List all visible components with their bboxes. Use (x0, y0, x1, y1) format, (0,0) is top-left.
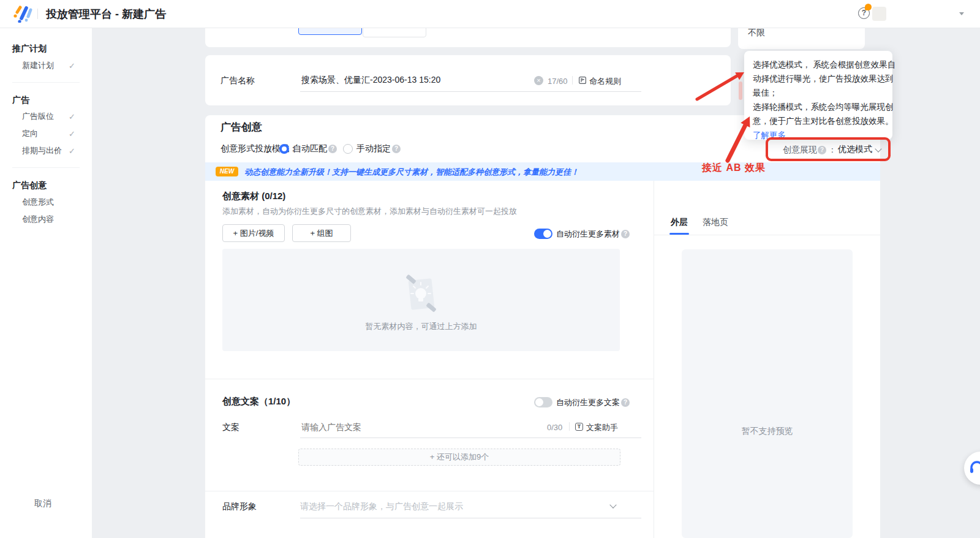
material-desc: 添加素材，自动为你衍生更多尺寸的创意素材，添加素材与自动衍生素材可一起投放 (222, 206, 517, 216)
separator (572, 76, 573, 85)
sidebar: 推广计划 新建计划 广告 广告版位 定向 排期与出价 广告创意 创意形式 创意内… (0, 28, 92, 538)
radio-manual-label[interactable]: 手动指定 (356, 143, 391, 154)
header-bar: 投放管理平台 - 新建广告 ? (0, 0, 980, 28)
tooltip-line: 意，便于广告主对比各创意投放效果。 (753, 114, 884, 128)
tooltip-line: 选择轮播模式，系统会均等曝光展现创 (753, 100, 884, 114)
copy-assistant-link[interactable]: 文案助手 (586, 423, 618, 433)
check-icon (69, 145, 75, 156)
brand-select[interactable]: 请选择一个品牌形象，与广告创意一起展示 (300, 501, 463, 512)
notification-badge (865, 4, 872, 10)
ad-name-label: 广告名称 (221, 75, 255, 86)
segment-option[interactable] (363, 28, 426, 37)
new-badge: NEW (216, 167, 238, 176)
upgrade-banner: NEW 动态创意能力全新升级！支持一键生成更多尺寸素材，智能适配多种创意形式，拿… (205, 162, 880, 181)
previous-section-card (205, 28, 731, 47)
avatar[interactable] (872, 7, 886, 21)
radio-auto-match[interactable] (279, 144, 289, 154)
sidebar-divider (12, 82, 80, 83)
account-caret-icon[interactable] (959, 12, 964, 15)
cancel-button[interactable]: 取消 (34, 498, 51, 509)
check-icon (69, 60, 75, 71)
targeting-summary-card: 不限 (738, 28, 865, 49)
add-gallery-button[interactable]: + 组图 (292, 224, 351, 242)
tooltip-line: 动择优进行曝光，使广告投放效果达到 (753, 72, 884, 86)
derive-copy-toggle[interactable] (534, 397, 552, 407)
targeting-summary-value: 不限 (748, 28, 765, 39)
annotation-note: 接近 AB 效果 (702, 162, 766, 174)
naming-rule-icon (578, 76, 587, 85)
tabs-divider (654, 235, 880, 235)
sidebar-item-placement[interactable]: 广告版位 (22, 112, 54, 121)
sidebar-item-schedule-bid[interactable]: 排期与出价 (22, 146, 62, 156)
add-more-copy-button[interactable]: + 还可以添加9个 (298, 449, 620, 466)
preview-placeholder-box: 暂不支持预览 (682, 249, 853, 538)
check-icon (69, 128, 75, 139)
derive-material-label: 自动衍生更多素材 (556, 229, 620, 239)
radio-manual[interactable] (343, 144, 353, 154)
sidebar-divider (12, 167, 80, 168)
separator (569, 422, 570, 431)
ad-name-underline (300, 91, 641, 92)
tooltip-line: 选择优选模式， 系统会根据创意效果自 (753, 58, 884, 72)
help-icon[interactable] (621, 230, 630, 238)
material-empty-area: 暂无素材内容，可通过上方添加 (222, 249, 620, 351)
ad-name-counter: 17/60 (548, 77, 568, 86)
help-icon[interactable] (328, 145, 337, 153)
section-divider (205, 379, 654, 379)
tooltip-line: 最佳； (753, 86, 884, 100)
brand-label: 品牌形象 (222, 501, 257, 512)
material-title: 创意素材 (0/12) (222, 191, 285, 202)
section-divider (205, 491, 654, 491)
sidebar-item-creative-content[interactable]: 创意内容 (22, 214, 54, 224)
copy-input[interactable] (300, 419, 511, 435)
radio-auto-match-label[interactable]: 自动匹配 (293, 143, 327, 154)
sidebar-section-plan: 推广计划 (12, 44, 47, 55)
empty-lightbulb-icon (405, 273, 438, 316)
ad-name-card: 广告名称 17/60 命名规则 (205, 55, 731, 105)
sidebar-section-creative: 广告创意 (12, 180, 47, 191)
creative-section-card: 广告创意 创意形式投放模式： 自动匹配 手动指定 创意展现 ： 优选模式 NEW… (205, 115, 880, 538)
creative-section-title: 广告创意 (221, 121, 262, 134)
check-icon (69, 111, 75, 122)
naming-rule-link[interactable]: 命名规则 (589, 77, 621, 86)
ad-platform-page: { "colors": { "accent": "#3370ff", "anno… (0, 0, 980, 538)
chevron-down-icon[interactable] (609, 501, 616, 508)
preview-empty-text: 暂不支持预览 (682, 426, 853, 437)
copy-assistant-icon (575, 423, 583, 431)
tab-outer-layer[interactable]: 外层 (671, 217, 688, 228)
annotation-arrows (674, 58, 772, 172)
add-media-button[interactable]: + 图片/视频 (222, 224, 285, 242)
help-icon[interactable] (621, 398, 630, 407)
material-empty-text: 暂无素材内容，可通过上方添加 (222, 321, 620, 332)
page-title: 投放管理平台 - 新建广告 (46, 7, 166, 21)
platform-logo-icon (12, 5, 33, 23)
copy-title: 创意文案（1/10） (222, 396, 295, 407)
copy-counter: 0/30 (547, 423, 562, 433)
clear-input-icon[interactable] (534, 76, 543, 85)
copy-field-label: 文案 (222, 422, 239, 433)
copy-underline (300, 438, 641, 438)
ad-name-input[interactable] (300, 72, 541, 88)
derive-material-toggle[interactable] (534, 229, 552, 239)
headset-icon (969, 460, 980, 475)
segment-option-selected[interactable] (298, 28, 362, 35)
banner-text: 动态创意能力全新升级！支持一键生成更多尺寸素材，智能适配多种创意形式，拿量能力更… (244, 167, 579, 177)
header-divider (37, 9, 38, 19)
derive-copy-label: 自动衍生更多文案 (556, 398, 620, 407)
tab-landing-page[interactable]: 落地页 (703, 217, 728, 228)
sidebar-section-ad: 广告 (12, 95, 29, 106)
sidebar-item-creative-form[interactable]: 创意形式 (22, 197, 54, 207)
help-icon[interactable] (392, 145, 401, 153)
sidebar-item-new-plan[interactable]: 新建计划 (22, 61, 54, 70)
annotation-red-box (766, 137, 891, 161)
brand-underline (300, 518, 641, 518)
customer-service-button[interactable] (964, 452, 980, 485)
sidebar-item-targeting[interactable]: 定向 (22, 129, 38, 138)
